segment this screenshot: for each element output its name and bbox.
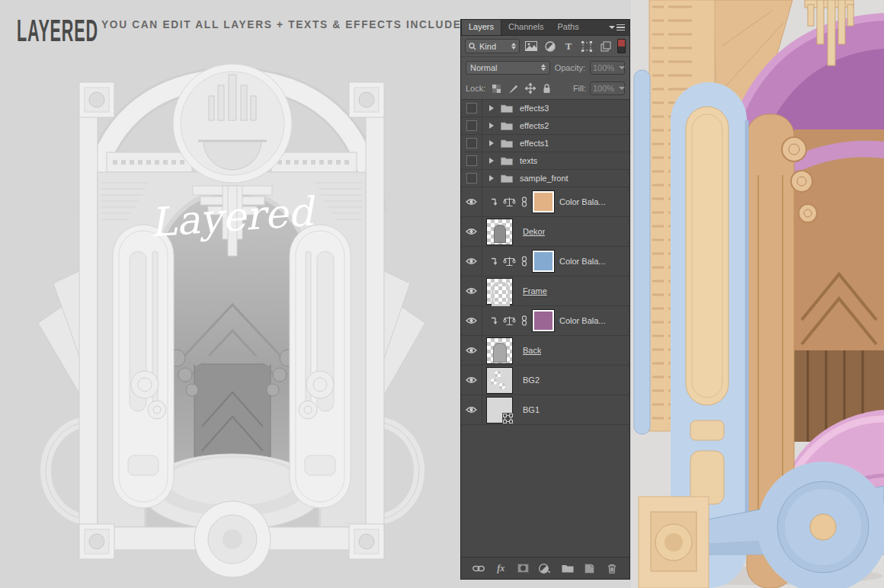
link-icon [521,315,527,326]
link-layers-icon[interactable] [471,561,486,575]
layer-row-effects1[interactable]: effects1 [461,135,629,152]
color-balance-scales-icon [503,256,516,267]
layer-name[interactable]: Back [523,346,541,355]
visibility-toggle[interactable] [461,366,482,395]
layer-row-dekor[interactable]: Dekor [461,217,629,247]
eye-icon [466,376,477,384]
visibility-toggle[interactable] [461,276,482,305]
layers-panel: Layers Channels Paths Kind [460,19,630,580]
layer-row-effects3[interactable]: effects3 [461,100,629,117]
add-layer-mask-icon[interactable] [515,561,530,575]
visibility-toggle[interactable] [461,117,482,134]
blend-mode-select[interactable]: Normal [466,61,550,75]
disclosure-triangle-icon[interactable] [489,140,494,146]
disclosure-triangle-icon[interactable] [489,158,494,164]
disclosure-triangle-icon[interactable] [489,105,494,111]
layer-row-color-balance-3[interactable]: Color Bala... [461,306,629,336]
clipping-mask-arrow-icon [491,257,498,266]
visibility-toggle[interactable] [461,247,482,276]
visibility-toggle[interactable] [461,170,482,187]
panel-menu-icon[interactable] [604,20,629,35]
layer-name[interactable]: effects3 [520,104,549,113]
disclosure-triangle-icon[interactable] [489,175,494,181]
layer-thumbnail[interactable] [486,337,513,364]
eye-icon [466,257,477,265]
layer-name[interactable]: Dekor [523,227,545,236]
new-layer-icon[interactable] [582,561,597,575]
type-layer-filter-icon[interactable]: T [562,40,575,53]
adjustment-layer-filter-icon[interactable] [543,40,556,53]
layer-row-texts[interactable]: texts [461,152,629,170]
visibility-checkbox-empty[interactable] [466,155,477,166]
pixel-layer-filter-icon[interactable] [525,40,538,53]
folder-icon [501,174,513,183]
tab-layers[interactable]: Layers [461,20,501,35]
layer-name[interactable]: Color Bala... [559,197,606,206]
visibility-checkbox-empty[interactable] [466,103,477,113]
layer-row-color-balance-2[interactable]: Color Bala... [461,247,629,276]
layer-row-frame[interactable]: Frame [461,276,629,306]
visibility-toggle[interactable] [461,306,482,335]
link-icon [521,197,527,207]
visibility-toggle[interactable] [461,100,482,117]
dropdown-arrow-icon [619,87,625,90]
layer-name[interactable]: Frame [523,286,547,296]
layer-name[interactable]: effects2 [520,121,549,130]
tab-paths[interactable]: Paths [551,20,586,35]
layer-name[interactable]: effects1 [520,139,549,148]
transform-badge-icon [502,413,514,424]
brand-logo: LAYERED [17,14,98,50]
visibility-toggle[interactable] [461,395,482,424]
layer-styles-icon[interactable]: fx [493,561,508,575]
layer-name[interactable]: BG2 [523,375,540,385]
layer-name[interactable]: Color Bala... [559,316,606,325]
visibility-toggle[interactable] [461,152,482,169]
layers-panel-footer: fx [461,557,629,579]
adjustment-color-swatch[interactable] [533,191,554,213]
filter-toggle[interactable] [617,39,626,53]
lock-image-pixels-icon[interactable] [508,83,519,94]
layer-name[interactable]: BG1 [523,405,540,414]
layer-thumbnail[interactable] [486,367,513,394]
visibility-checkbox-empty[interactable] [466,138,477,149]
visibility-toggle[interactable] [461,217,482,246]
adjustment-color-swatch[interactable] [533,251,554,272]
layer-row-sample-front[interactable]: sample_front [461,170,629,187]
smart-object-filter-icon[interactable] [599,40,612,53]
new-adjustment-layer-icon[interactable] [537,561,552,575]
layer-thumbnail[interactable] [486,278,513,305]
tab-channels[interactable]: Channels [501,20,550,35]
layer-name[interactable]: Color Bala... [559,257,606,266]
lock-transparent-pixels-icon[interactable] [491,83,502,94]
adjustment-color-swatch[interactable] [533,310,554,331]
visibility-checkbox-empty[interactable] [466,120,477,131]
clipping-mask-arrow-icon [491,198,498,206]
visibility-toggle[interactable] [461,336,482,365]
fill-field[interactable]: 100% [590,81,625,95]
new-group-icon[interactable] [560,561,575,575]
layer-row-effects2[interactable]: effects2 [461,117,629,135]
lock-all-icon[interactable] [541,83,552,94]
tagline-text: YOU CAN EDIT ALL LAYERS + TEXTS & EFFECT… [101,18,470,30]
eye-icon [466,317,477,324]
layer-row-bg1[interactable]: BG1 [461,395,629,425]
filter-kind-select[interactable]: Kind [465,39,520,53]
gray-artwork-preview: Layered [0,0,463,588]
select-arrows-icon [511,43,516,50]
disclosure-triangle-icon[interactable] [489,123,494,129]
visibility-checkbox-empty[interactable] [466,173,477,184]
lock-position-icon[interactable] [524,83,536,94]
visibility-toggle[interactable] [461,135,482,152]
layer-row-color-balance-1[interactable]: Color Bala... [461,187,629,217]
opacity-field[interactable]: 100% [590,61,625,75]
delete-layer-icon[interactable] [604,561,620,575]
visibility-toggle[interactable] [461,187,482,216]
layer-thumbnail[interactable] [486,219,513,245]
layer-name[interactable]: texts [520,156,537,165]
layer-row-back[interactable]: Back [461,336,629,366]
layer-thumbnail[interactable] [486,397,513,423]
shape-layer-filter-icon[interactable] [581,40,594,53]
page: Layered [0,0,884,588]
layer-row-bg2[interactable]: BG2 [461,366,629,395]
layer-name[interactable]: sample_front [520,174,569,183]
